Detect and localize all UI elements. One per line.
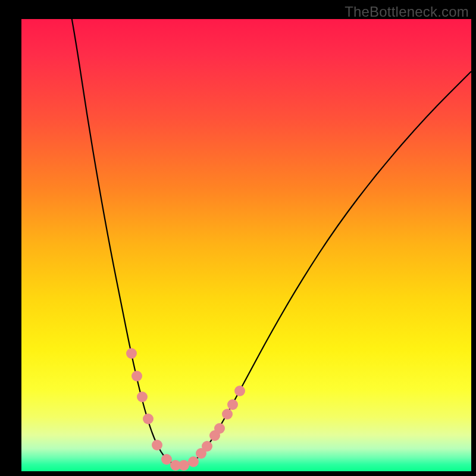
curve-layer: [21, 19, 471, 471]
threshold-dot: [126, 348, 137, 359]
threshold-dot: [222, 409, 233, 419]
threshold-dot: [214, 423, 225, 434]
watermark-label: TheBottleneck.com: [345, 4, 469, 20]
chart-frame: TheBottleneck.com: [0, 0, 476, 476]
threshold-dot: [234, 386, 245, 396]
threshold-dot: [202, 441, 212, 452]
plot-area: [21, 19, 471, 471]
threshold-dot: [227, 399, 238, 410]
threshold-dot: [131, 371, 142, 381]
bottleneck-curve: [71, 19, 471, 466]
threshold-dot: [137, 392, 148, 402]
threshold-dot: [143, 414, 154, 424]
threshold-dot: [188, 456, 199, 467]
threshold-dot: [161, 454, 172, 465]
threshold-dot: [152, 440, 162, 450]
threshold-dot: [178, 460, 189, 471]
